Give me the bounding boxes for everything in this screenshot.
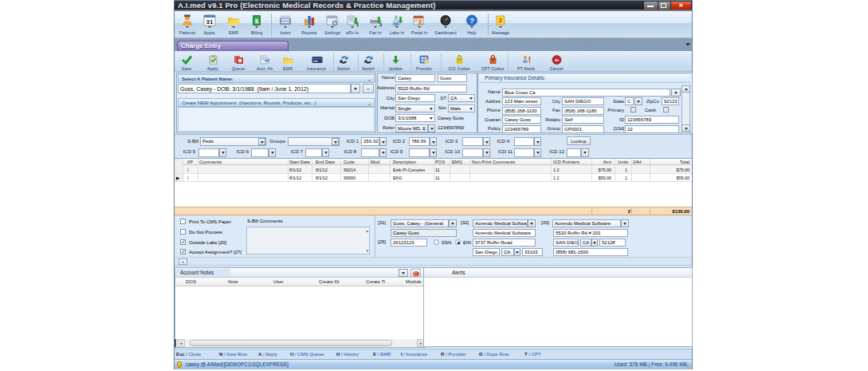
svg-text:1: 1 — [356, 22, 359, 27]
svg-text:2: 2 — [499, 18, 502, 23]
svg-text:?: ? — [469, 17, 474, 25]
svg-text:!: ! — [528, 56, 530, 65]
svg-text:31: 31 — [206, 18, 214, 26]
svg-text:3: 3 — [379, 22, 382, 27]
svg-text:$: $ — [255, 18, 259, 25]
